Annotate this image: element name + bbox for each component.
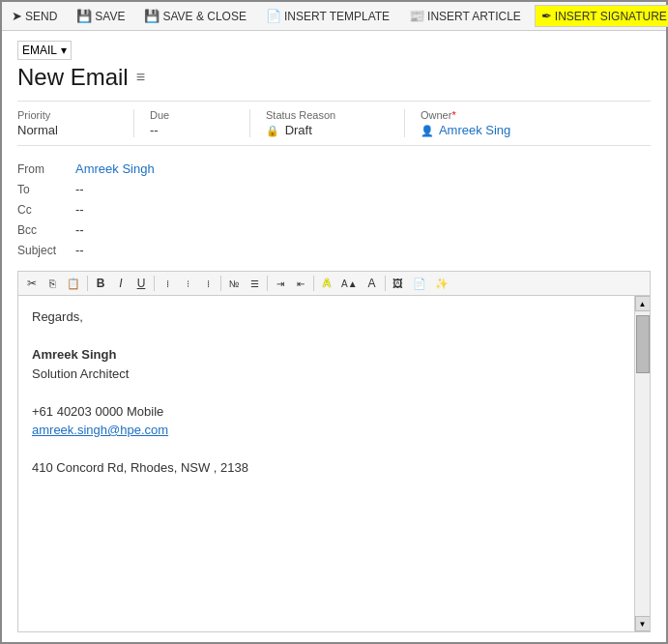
editor-content-area: Regards, Amreek Singh Solution Architect… <box>18 296 650 631</box>
unordered-list-button[interactable]: ☰ <box>245 277 264 291</box>
owner-label: Owner* <box>421 109 510 121</box>
from-value[interactable]: Amreek Singh <box>75 161 155 176</box>
editor-wrapper: ✂ ⎘ 📋 B I U ⁞ ⁝ ⁞ № ☰ ⇥ ⇤ A A▲ A <box>17 271 651 632</box>
to-value[interactable]: -- <box>75 182 84 196</box>
lock-icon: 🔒 <box>266 125 279 137</box>
priority-value: Normal <box>17 123 118 137</box>
status-reason-label: Status Reason <box>266 109 389 121</box>
priority-field: Priority Normal <box>17 109 133 137</box>
subject-field-row: Subject -- <box>17 243 651 257</box>
paste-button[interactable]: 📋 <box>63 276 84 292</box>
save-icon: 💾 <box>76 9 92 23</box>
editor-scrollbar: ▲ ▼ <box>634 296 650 631</box>
insert-template-button[interactable]: 📄 INSERT TEMPLATE <box>260 6 395 26</box>
font-a-button[interactable]: A <box>363 275 382 292</box>
send-button[interactable]: ➤ SEND <box>6 6 63 26</box>
cut-button[interactable]: ✂ <box>22 275 42 292</box>
main-toolbar: ➤ SEND 💾 SAVE 💾 SAVE & CLOSE 📄 INSERT TE… <box>2 2 666 31</box>
cc-label: Cc <box>17 203 75 217</box>
sig-address: 410 Concord Rd, Rhodes, NSW , 2138 <box>32 458 621 478</box>
indent-button[interactable]: ⇥ <box>271 277 290 291</box>
insert-signature-icon: ✒ <box>541 9 552 23</box>
insert-file-button[interactable]: 📄 <box>409 276 430 292</box>
email-type-label: EMAIL <box>22 44 57 57</box>
outdent-button[interactable]: ⇤ <box>291 277 310 291</box>
underline-button[interactable]: U <box>131 275 151 292</box>
editor-divider-6 <box>385 276 386 291</box>
bcc-label: Bcc <box>17 223 75 237</box>
scrollbar-down-button[interactable]: ▼ <box>635 616 651 631</box>
scrollbar-up-button[interactable]: ▲ <box>635 296 651 311</box>
from-label: From <box>17 162 75 176</box>
bcc-field-row: Bcc -- <box>17 222 651 237</box>
font-size-up-button[interactable]: A▲ <box>337 277 362 291</box>
owner-field: Owner* 👤 Amreek Sing <box>404 109 526 137</box>
save-close-icon: 💾 <box>144 9 160 23</box>
from-field-row: From Amreek Singh <box>17 161 651 176</box>
to-field-row: To -- <box>17 182 651 196</box>
subject-label: Subject <box>17 244 75 257</box>
sig-phone: +61 40203 0000 Mobile <box>32 402 621 422</box>
insert-article-icon: 📰 <box>409 9 424 23</box>
editor-divider-3 <box>220 276 221 291</box>
align-left-button[interactable]: ⁞ <box>158 277 177 291</box>
due-value: -- <box>150 123 234 137</box>
insert-article-button[interactable]: 📰 INSERT ARTICLE <box>403 6 527 26</box>
sparkle-button[interactable]: ✨ <box>431 276 452 292</box>
email-type-arrow: ▾ <box>61 44 67 57</box>
align-center-button[interactable]: ⁝ <box>178 277 197 291</box>
status-reason-value: 🔒 Draft <box>266 123 389 137</box>
email-type-select[interactable]: EMAIL ▾ <box>17 41 72 60</box>
sig-title: Solution Architect <box>32 365 621 384</box>
status-reason-field: Status Reason 🔒 Draft <box>249 109 404 137</box>
scrollbar-thumb[interactable] <box>636 315 650 373</box>
editor-toolbar: ✂ ⎘ 📋 B I U ⁞ ⁝ ⁞ № ☰ ⇥ ⇤ A A▲ A <box>18 272 650 296</box>
editor-divider-2 <box>154 276 155 291</box>
subject-value[interactable]: -- <box>75 243 84 257</box>
sig-name: Amreek Singh <box>32 347 116 362</box>
owner-value[interactable]: 👤 Amreek Sing <box>421 123 510 137</box>
cc-field-row: Cc -- <box>17 202 651 217</box>
due-field: Due -- <box>133 109 249 137</box>
email-type-row: EMAIL ▾ <box>17 41 651 60</box>
editor-divider-4 <box>267 276 268 291</box>
sig-email[interactable]: amreek.singh@hpe.com <box>32 423 168 437</box>
content-area: EMAIL ▾ New Email ≡ Priority Normal Due … <box>2 31 666 642</box>
cc-value[interactable]: -- <box>75 202 84 217</box>
insert-template-icon: 📄 <box>266 9 281 23</box>
person-icon: 👤 <box>421 125 434 137</box>
page-title: New Email <box>17 64 129 91</box>
ordered-list-button[interactable]: № <box>224 277 244 291</box>
bold-button[interactable]: B <box>91 275 110 292</box>
sig-regards: Regards, <box>32 307 621 327</box>
email-fields: From Amreek Singh To -- Cc -- Bcc -- Sub… <box>17 161 651 257</box>
to-label: To <box>17 183 75 196</box>
editor-content[interactable]: Regards, Amreek Singh Solution Architect… <box>18 296 634 631</box>
insert-image-button[interactable]: 🖼 <box>389 276 408 291</box>
italic-button[interactable]: I <box>111 275 131 292</box>
send-icon: ➤ <box>12 9 22 23</box>
editor-divider-1 <box>87 276 88 291</box>
menu-icon[interactable]: ≡ <box>136 69 145 86</box>
page-title-row: New Email ≡ <box>17 64 651 91</box>
copy-button[interactable]: ⎘ <box>43 276 62 291</box>
priority-label: Priority <box>17 109 118 121</box>
save-button[interactable]: 💾 SAVE <box>71 6 131 26</box>
insert-signature-button[interactable]: ✒ INSERT SIGNATURE <box>535 5 668 27</box>
due-label: Due <box>150 109 234 121</box>
save-close-button[interactable]: 💾 SAVE & CLOSE <box>138 6 251 26</box>
editor-divider-5 <box>313 276 314 291</box>
required-star: * <box>451 109 455 121</box>
font-color-button[interactable]: A <box>317 275 336 292</box>
align-right-button[interactable]: ⁞ <box>198 277 218 291</box>
scrollbar-track <box>635 311 651 616</box>
metadata-row: Priority Normal Due -- Status Reason 🔒 D… <box>17 101 651 146</box>
bcc-value[interactable]: -- <box>75 222 84 237</box>
